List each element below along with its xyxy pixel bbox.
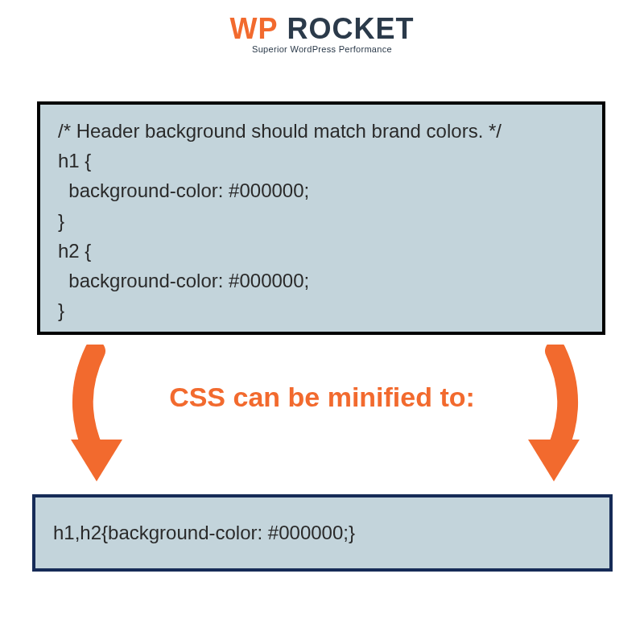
- wp-rocket-logo: WP ROCKET Superior WordPress Performance: [230, 14, 415, 54]
- logo-title: WP ROCKET: [230, 14, 415, 43]
- code-after-minify: h1,h2{background-color: #000000;}: [32, 494, 613, 572]
- logo-rocket: ROCKET: [279, 12, 415, 45]
- logo-wp: WP: [230, 12, 279, 45]
- arrow-down-icon: [515, 345, 588, 489]
- logo-tagline: Superior WordPress Performance: [230, 45, 415, 54]
- code-before-minify: /* Header background should match brand …: [37, 101, 605, 335]
- arrow-down-icon: [63, 345, 135, 489]
